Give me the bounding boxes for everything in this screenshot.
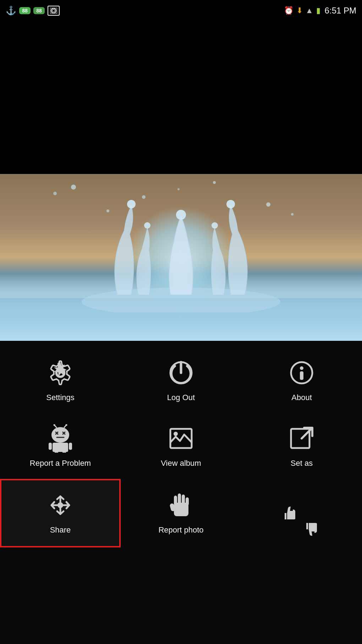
svg-rect-25 [53,443,68,452]
view-album-label: View album [161,458,201,469]
logout-icon [167,359,195,387]
notification-badge-2: 88 [33,7,45,14]
menu-area: Settings Log Out About [0,341,362,644]
photo-area [0,21,362,341]
share-icon [46,491,75,519]
svg-point-3 [127,200,136,208]
svg-rect-42 [182,495,185,505]
view-album-icon [167,424,195,453]
battery-icon: ▮ [316,6,320,15]
svg-rect-29 [62,451,66,453]
report-photo-icon [167,491,195,519]
settings-label: Settings [46,393,75,403]
svg-rect-26 [49,443,52,450]
water-splash-image [0,174,362,341]
report-problem-menu-item[interactable]: Report a Problem [0,414,121,479]
thumbdown-area[interactable] [305,505,320,521]
svg-rect-0 [50,8,57,13]
report-photo-menu-item[interactable]: Report photo [121,479,241,547]
view-album-menu-item[interactable]: View album [121,414,241,479]
svg-rect-41 [178,493,181,505]
svg-point-31 [174,432,178,436]
about-label: About [291,393,312,403]
logout-menu-item[interactable]: Log Out [121,348,241,414]
set-as-label: Set as [291,458,313,469]
thumbs-row [283,505,320,521]
thumbs-placeholder [241,479,362,547]
download-icon: ⬇ [296,6,303,15]
svg-rect-40 [174,496,177,506]
report-photo-label: Report photo [158,525,203,535]
set-as-menu-item[interactable]: Set as [241,414,362,479]
about-menu-item[interactable]: About [241,348,362,414]
notification-badge-1: 88 [19,7,31,14]
report-problem-icon [46,424,75,453]
share-menu-item[interactable]: Share [0,479,121,547]
status-right-icons: ⏰ ⬇ ▲ ▮ 6:51 PM [284,6,356,16]
svg-rect-27 [69,443,72,450]
droplet-8 [291,213,294,215]
settings-menu-item[interactable]: Settings [0,348,121,414]
about-icon [287,359,316,387]
report-problem-label: Report a Problem [30,458,91,469]
svg-point-4 [176,210,186,220]
svg-point-15 [51,427,69,443]
logout-label: Log Out [167,393,195,403]
svg-point-5 [226,200,235,208]
svg-rect-32 [291,429,309,448]
svg-rect-43 [186,497,189,506]
status-bar: ⚓ 88 88 ⏰ ⬇ ▲ ▮ 6:51 PM [0,0,362,21]
photo-notification-icon [48,6,60,16]
status-left-icons: ⚓ 88 88 [6,6,60,16]
droplet-3 [213,181,216,184]
alarm-icon: ⏰ [284,6,294,15]
droplet-7 [53,192,57,195]
black-top [0,21,362,174]
menu-grid: Settings Log Out About [0,341,362,555]
svg-rect-14 [300,371,303,380]
status-time: 6:51 PM [325,6,356,16]
set-as-icon [287,424,316,453]
svg-point-13 [300,366,303,370]
usb-icon: ⚓ [6,6,16,16]
svg-point-7 [212,222,218,229]
splash-svg [75,188,287,312]
thumbup-area[interactable] [283,505,299,521]
share-label: Share [50,525,71,535]
settings-icon [46,359,75,387]
svg-rect-28 [55,451,58,453]
svg-point-6 [144,222,150,229]
signal-icon: ▲ [306,6,313,15]
svg-point-1 [52,9,55,12]
